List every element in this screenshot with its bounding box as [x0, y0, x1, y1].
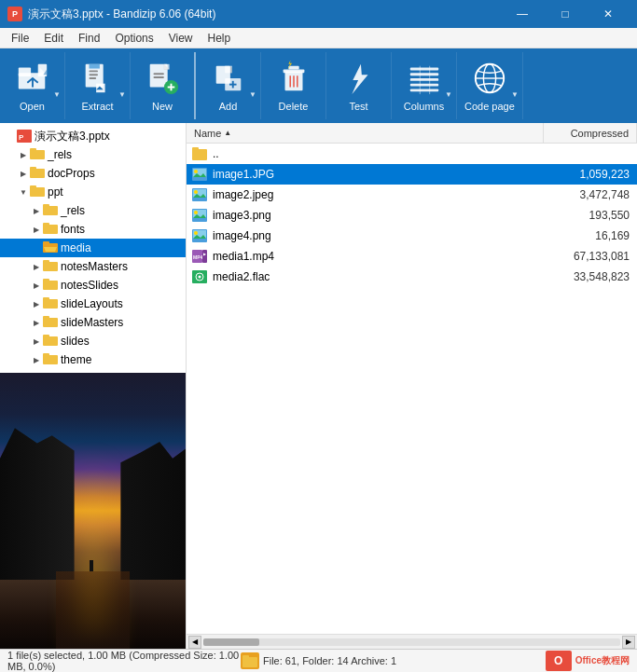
codepage-icon: [471, 60, 508, 97]
svg-rect-51: [43, 241, 49, 245]
svg-rect-28: [409, 68, 437, 71]
tree-toggle-icon[interactable]: ▶: [30, 297, 43, 310]
tree-item-docProps[interactable]: ▶ docProps: [0, 164, 186, 183]
menu-item-file[interactable]: File: [4, 30, 36, 47]
tree-toggle-icon[interactable]: ▶: [30, 353, 43, 366]
svg-rect-49: [43, 223, 49, 226]
title-bar-left: P 演示文稿3.pptx - Bandizip 6.06 (64bit): [7, 7, 215, 22]
tree-item-label: ppt: [48, 185, 63, 199]
test-button[interactable]: Test: [326, 52, 392, 119]
window-controls: — □ ✕: [501, 0, 630, 28]
close-button[interactable]: ✕: [587, 0, 630, 28]
new-button[interactable]: New: [131, 52, 196, 119]
file-row[interactable]: image3.png193,550: [187, 205, 637, 226]
tree-toggle-icon[interactable]: ▼: [17, 185, 30, 199]
folder-icon: [43, 279, 58, 292]
tree-toggle-icon[interactable]: ▶: [30, 204, 43, 217]
svg-rect-12: [154, 73, 164, 75]
svg-point-68: [194, 170, 198, 173]
office-letter: O: [554, 654, 562, 667]
tree-toggle-icon[interactable]: ▶: [30, 316, 43, 329]
delete-button[interactable]: Delete: [261, 52, 326, 119]
open-button[interactable]: Open ▼: [0, 52, 65, 119]
tree-item-notesSlides[interactable]: ▶ notesSlides: [0, 276, 186, 295]
tree-item-slides[interactable]: ▶ slides: [0, 332, 186, 350]
tree-toggle-icon[interactable]: [4, 130, 17, 143]
open-label: Open: [20, 101, 45, 112]
tree-toggle-icon[interactable]: [30, 241, 43, 254]
file-row[interactable]: image4.png16,169: [187, 226, 637, 246]
file-row[interactable]: MP4 ▶ media1.mp467,133,081: [187, 246, 637, 267]
tree-item-root[interactable]: P 演示文稿3.pptx: [0, 127, 186, 145]
svg-point-71: [194, 190, 198, 194]
menu-item-view[interactable]: View: [161, 30, 201, 47]
tree-item-slideMasters[interactable]: ▶ slideMasters: [0, 313, 186, 332]
tree-item-theme[interactable]: ▶ theme: [0, 350, 186, 369]
extract-icon: [79, 60, 117, 97]
menu-items: FileEditFindOptionsViewHelp: [4, 30, 238, 47]
svg-rect-41: [30, 148, 36, 152]
codepage-button[interactable]: Code page ▼: [457, 52, 523, 119]
svg-text:MP4: MP4: [193, 254, 203, 260]
folder-icon: [43, 223, 58, 236]
svg-point-84: [199, 275, 201, 278]
tree-item-label: fonts: [61, 223, 85, 236]
file-compressed-size: 16,169: [544, 229, 637, 242]
parent-file-icon: [190, 144, 209, 163]
file-row[interactable]: ..: [187, 144, 637, 164]
tree-item-ppt[interactable]: ▼ ppt: [0, 183, 186, 201]
tree-item-notesMasters[interactable]: ▶ notesMasters: [0, 257, 186, 276]
name-column-header[interactable]: Name ▲: [187, 123, 544, 143]
delete-label: Delete: [279, 101, 309, 112]
menu-item-help[interactable]: Help: [201, 30, 239, 47]
menu-item-edit[interactable]: Edit: [36, 30, 71, 47]
file-compressed-size: 67,133,081: [544, 250, 637, 263]
svg-rect-7: [89, 70, 98, 72]
preview-image: [0, 373, 186, 649]
scroll-left-button[interactable]: ◀: [188, 636, 201, 649]
app-icon: P: [7, 7, 22, 21]
scroll-track: [203, 638, 620, 646]
scroll-thumb[interactable]: [203, 638, 259, 646]
compressed-column-header[interactable]: Compressed: [544, 123, 637, 143]
menu-bar: FileEditFindOptionsViewHelp: [0, 28, 637, 48]
file-row[interactable]: media2.flac33,548,823: [187, 267, 637, 287]
tree-item-rels-ppt[interactable]: ▶ _rels: [0, 201, 186, 220]
svg-rect-86: [242, 655, 249, 659]
tree-toggle-icon[interactable]: ▶: [17, 167, 30, 180]
file-row[interactable]: image2.jpeg3,472,748: [187, 185, 637, 205]
test-icon: [340, 60, 378, 97]
office-logo-icon: O: [546, 651, 572, 671]
tree-toggle-icon[interactable]: ▶: [30, 223, 43, 236]
columns-button[interactable]: Columns ▼: [392, 52, 457, 119]
tree-item-rels-root[interactable]: ▶ _rels: [0, 145, 186, 164]
menu-item-options[interactable]: Options: [107, 30, 160, 47]
image-file-icon: [190, 185, 209, 204]
svg-rect-6: [89, 64, 99, 69]
tree-item-media[interactable]: media: [0, 239, 186, 257]
tree-toggle-icon[interactable]: ▶: [30, 335, 43, 348]
add-button[interactable]: Add ▼: [196, 52, 261, 119]
minimize-button[interactable]: —: [501, 0, 544, 28]
svg-rect-63: [43, 353, 49, 357]
tree-toggle-icon[interactable]: ▶: [30, 279, 43, 292]
tree-item-fonts[interactable]: ▶ fonts: [0, 220, 186, 239]
tree-toggle-icon[interactable]: ▶: [17, 148, 30, 161]
svg-rect-24: [288, 66, 298, 70]
folder-open-icon: [43, 241, 58, 254]
folder-icon: [43, 316, 58, 329]
folder-icon: [43, 260, 58, 273]
maximize-button[interactable]: □: [544, 0, 587, 28]
file-row[interactable]: image1.JPG1,059,223: [187, 164, 637, 185]
main-area: P 演示文稿3.pptx▶ _rels▶ docProps▼ ppt▶ _rel…: [0, 123, 637, 649]
tree-item-slideLayouts[interactable]: ▶ slideLayouts: [0, 295, 186, 313]
tree-toggle-icon[interactable]: ▶: [30, 260, 43, 273]
extract-button[interactable]: Extract ▼: [65, 52, 131, 119]
svg-rect-57: [43, 297, 49, 301]
horizontal-scrollbar[interactable]: ◀ ▶: [187, 634, 637, 649]
scroll-right-button[interactable]: ▶: [622, 636, 635, 649]
columns-label: Columns: [404, 101, 444, 112]
extract-label: Extract: [81, 101, 113, 112]
svg-rect-61: [43, 335, 49, 338]
menu-item-find[interactable]: Find: [71, 30, 107, 47]
